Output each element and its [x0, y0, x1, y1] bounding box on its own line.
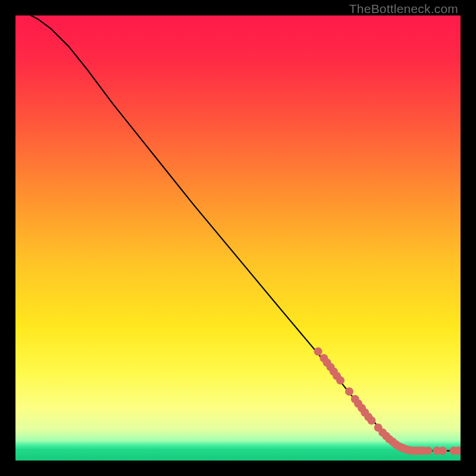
chart-svg	[15, 15, 461, 461]
chart-background	[15, 15, 461, 461]
data-marker	[439, 447, 447, 455]
data-marker	[367, 416, 375, 425]
watermark-label: TheBottleneck.com	[349, 2, 458, 16]
data-marker	[314, 347, 322, 356]
data-marker	[345, 387, 353, 396]
chart-container	[15, 15, 461, 461]
data-marker	[424, 447, 432, 455]
data-marker	[336, 376, 345, 384]
